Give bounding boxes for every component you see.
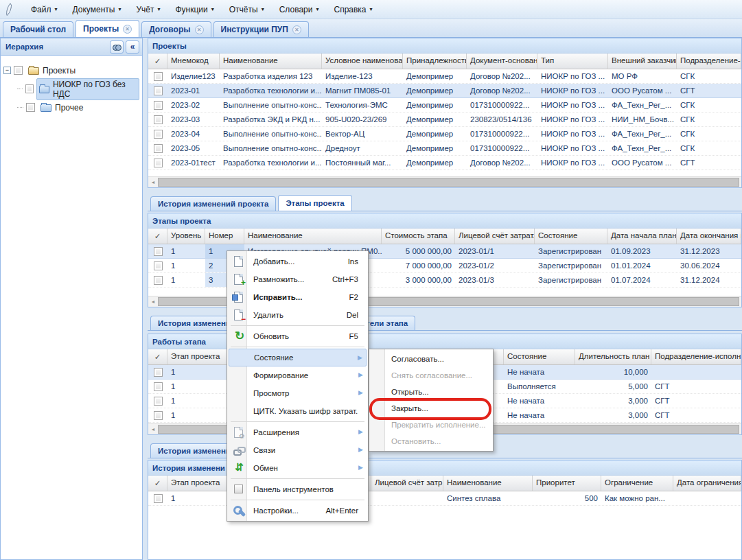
column-header[interactable]: Ограничение [601, 476, 673, 491]
menu-item[interactable]: Просмотр ▶ [229, 384, 367, 402]
menu-item[interactable]: Связи ▶ [229, 441, 367, 459]
row-checkbox[interactable] [154, 130, 163, 139]
menu-item[interactable]: Состояние ▶ [229, 349, 367, 366]
menu-item[interactable]: Прекратить исполнение... [371, 417, 491, 433]
main-tab[interactable]: Договоры ✕ [141, 21, 211, 37]
column-header[interactable]: Наименование [443, 476, 533, 491]
row-checkbox[interactable] [154, 494, 163, 503]
splitter[interactable] [143, 38, 148, 560]
column-header[interactable]: Тип [537, 54, 608, 69]
menu-item[interactable]: Обмен ▶ [229, 459, 367, 477]
menu-item[interactable]: Добавить... Ins ▶ [229, 253, 367, 270]
column-header[interactable]: Внешний заказчик [608, 54, 677, 69]
row-checkbox[interactable] [154, 276, 163, 285]
menu-item[interactable]: Остановить... [371, 433, 491, 450]
menu-item[interactable]: Открыть... [371, 384, 491, 400]
row-checkbox[interactable] [154, 144, 163, 153]
table-row[interactable]: 2023-01тест Разработка технологии и... П… [148, 156, 741, 170]
menubar-item[interactable]: Учёт ▾ [128, 2, 167, 17]
tree-node[interactable]: − Прочее [3, 98, 139, 117]
column-header[interactable]: Приоритет [533, 476, 601, 491]
check-column-header[interactable]: ✓ [148, 229, 167, 244]
column-header[interactable]: Принадлежность [403, 54, 467, 69]
menubar-item[interactable]: Словари ▾ [272, 2, 327, 17]
tree-node-body[interactable]: НИОКР по ГОЗ без НДС [36, 78, 139, 100]
tree-node-body[interactable]: Прочее [38, 102, 86, 114]
scrollbar-thumb[interactable] [158, 178, 739, 187]
column-header[interactable]: Лицевой счёт затр [371, 476, 443, 491]
check-column-header[interactable]: ✓ [148, 54, 167, 69]
close-icon[interactable]: ✕ [292, 25, 301, 34]
column-header[interactable]: Дата ограничения [673, 476, 741, 491]
scroll-left-icon[interactable]: ◄ [148, 299, 158, 304]
row-checkbox[interactable] [154, 247, 163, 256]
main-tab[interactable]: Рабочий стол ✕ [3, 21, 73, 37]
menu-item[interactable]: Размножить... Ctrl+F3 ▶ [229, 270, 367, 288]
row-checkbox[interactable] [154, 261, 163, 270]
menu-item[interactable]: Закрыть... [371, 400, 491, 417]
row-checkbox[interactable] [154, 159, 163, 167]
row-checkbox[interactable] [154, 101, 163, 110]
row-checkbox[interactable] [154, 86, 163, 95]
column-header-sorted[interactable]: Длительность план▼ [575, 349, 651, 364]
column-header[interactable]: Дата окончания п [677, 229, 741, 244]
check-column-header[interactable]: ✓ [148, 349, 167, 364]
menubar-item[interactable]: Файл ▾ [23, 2, 65, 17]
column-header[interactable]: Уровень [167, 229, 205, 244]
close-icon[interactable]: ✕ [123, 25, 132, 34]
row-checkbox[interactable] [154, 397, 163, 406]
row-checkbox[interactable] [154, 411, 163, 420]
column-header[interactable]: Наименование [244, 229, 382, 244]
row-checkbox[interactable] [154, 115, 163, 124]
subtab[interactable]: История изменени [150, 443, 238, 458]
horizontal-scrollbar[interactable]: ◄ [148, 176, 741, 187]
menu-item[interactable]: Формирование ▶ [229, 366, 367, 384]
tree-checkbox[interactable] [25, 84, 34, 93]
menubar-item[interactable]: Отчёты ▾ [222, 2, 272, 17]
tree-node[interactable]: − Проекты [3, 61, 139, 80]
tree-node-body[interactable]: Проекты [25, 65, 78, 77]
column-header[interactable]: Условное наименова [322, 54, 403, 69]
table-row[interactable]: 2023-04 Выполнение опытно-конс... Вектор… [148, 127, 741, 141]
column-header[interactable]: Состояние [504, 349, 575, 364]
subtab[interactable]: История изменений проекта [150, 196, 276, 211]
row-checkbox[interactable] [154, 368, 163, 377]
menu-item[interactable]: Согласовать... [371, 351, 491, 367]
table-row[interactable]: 2023-05 Выполнение опытно-конс... Дредно… [148, 141, 741, 156]
check-column-header[interactable]: ✓ [148, 476, 167, 491]
menu-item[interactable]: Исправить... F2 ▶ [229, 288, 367, 306]
table-row[interactable]: 2023-01 Разработка технологии и... Магни… [148, 84, 741, 98]
subtab[interactable]: Этапы проекта [278, 195, 351, 211]
tree-checkbox[interactable] [14, 66, 23, 75]
close-icon[interactable]: ✕ [195, 25, 204, 34]
scroll-left-icon[interactable]: ◄ [148, 427, 158, 432]
menubar-item[interactable]: Документы ▾ [65, 2, 129, 17]
column-header[interactable]: Документ-основан [467, 54, 537, 69]
row-checkbox[interactable] [154, 72, 163, 81]
menu-item[interactable]: Обновить F5 ▶ [229, 327, 367, 345]
column-header[interactable]: Подразделение-от [677, 54, 741, 69]
tree-node[interactable]: − НИОКР по ГОЗ без НДС [3, 80, 139, 98]
column-header[interactable]: Наименование [220, 54, 322, 69]
menu-item[interactable]: Снять согласование... [371, 367, 491, 384]
menubar-item[interactable]: Функции ▾ [167, 2, 221, 17]
find-button[interactable] [110, 40, 124, 54]
menu-item[interactable]: Панель инструментов ▶ [229, 480, 367, 498]
menu-item[interactable]: Расширения ▶ [229, 423, 367, 441]
table-row[interactable]: Изделие123 Разработка изделия 123 Издели… [148, 69, 741, 84]
column-header[interactable]: Номер [205, 229, 244, 244]
subtab[interactable]: История изменени [150, 316, 238, 330]
column-header[interactable]: Дата начала план [607, 229, 677, 244]
collapse-sidebar-button[interactable]: « [126, 40, 139, 54]
column-header[interactable]: Лицевой счёт затрат. [455, 229, 535, 244]
menubar-item[interactable]: Справка ▾ [326, 2, 380, 17]
table-row[interactable]: 2023-02 Выполнение опытно-конс... Технол… [148, 98, 741, 113]
menu-item[interactable]: ЦИТК. Указать шифр затрат... ▶ [229, 402, 367, 420]
scroll-left-icon[interactable]: ◄ [148, 180, 158, 185]
column-header[interactable]: Подразделение-исполн [651, 349, 741, 364]
main-tab[interactable]: Проекты ✕ [76, 20, 139, 37]
menu-item[interactable]: Удалить Del ▶ [229, 306, 367, 324]
tree-checkbox[interactable] [26, 103, 35, 112]
row-checkbox[interactable] [154, 382, 163, 391]
column-header[interactable]: Состояние [535, 229, 607, 244]
